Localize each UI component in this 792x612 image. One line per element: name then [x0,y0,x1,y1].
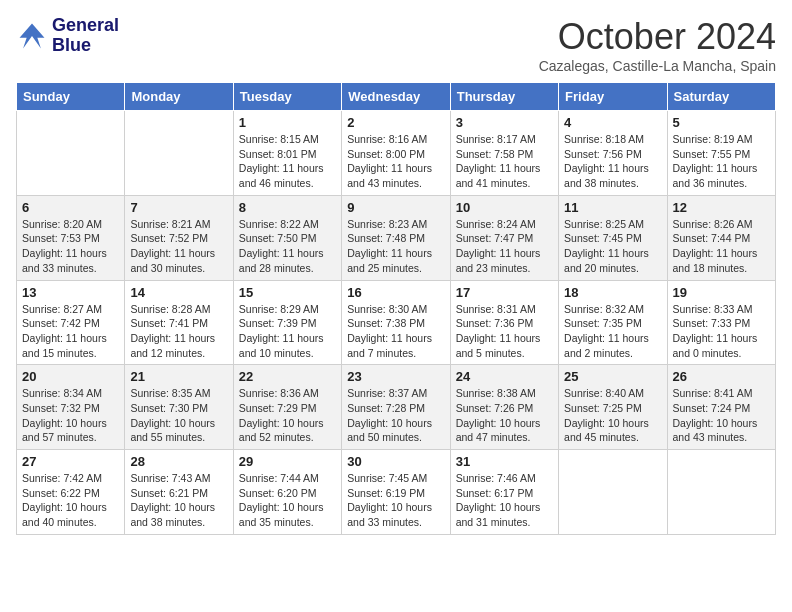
day-info: Sunrise: 8:26 AM Sunset: 7:44 PM Dayligh… [673,217,770,276]
day-info: Sunrise: 8:18 AM Sunset: 7:56 PM Dayligh… [564,132,661,191]
day-number: 22 [239,369,336,384]
day-number: 17 [456,285,553,300]
calendar-cell: 6Sunrise: 8:20 AM Sunset: 7:53 PM Daylig… [17,195,125,280]
calendar-cell: 5Sunrise: 8:19 AM Sunset: 7:55 PM Daylig… [667,111,775,196]
calendar-week-row: 6Sunrise: 8:20 AM Sunset: 7:53 PM Daylig… [17,195,776,280]
day-info: Sunrise: 8:25 AM Sunset: 7:45 PM Dayligh… [564,217,661,276]
calendar-cell: 14Sunrise: 8:28 AM Sunset: 7:41 PM Dayli… [125,280,233,365]
day-info: Sunrise: 8:27 AM Sunset: 7:42 PM Dayligh… [22,302,119,361]
weekday-header-row: SundayMondayTuesdayWednesdayThursdayFrid… [17,83,776,111]
day-info: Sunrise: 8:24 AM Sunset: 7:47 PM Dayligh… [456,217,553,276]
calendar-cell: 30Sunrise: 7:45 AM Sunset: 6:19 PM Dayli… [342,450,450,535]
calendar-cell: 26Sunrise: 8:41 AM Sunset: 7:24 PM Dayli… [667,365,775,450]
day-number: 10 [456,200,553,215]
day-number: 29 [239,454,336,469]
logo: General Blue [16,16,119,56]
day-info: Sunrise: 8:15 AM Sunset: 8:01 PM Dayligh… [239,132,336,191]
calendar-cell: 21Sunrise: 8:35 AM Sunset: 7:30 PM Dayli… [125,365,233,450]
calendar-cell: 22Sunrise: 8:36 AM Sunset: 7:29 PM Dayli… [233,365,341,450]
day-number: 11 [564,200,661,215]
day-number: 2 [347,115,444,130]
weekday-header-tuesday: Tuesday [233,83,341,111]
day-info: Sunrise: 8:29 AM Sunset: 7:39 PM Dayligh… [239,302,336,361]
day-info: Sunrise: 8:36 AM Sunset: 7:29 PM Dayligh… [239,386,336,445]
weekday-header-monday: Monday [125,83,233,111]
day-number: 30 [347,454,444,469]
calendar-cell: 24Sunrise: 8:38 AM Sunset: 7:26 PM Dayli… [450,365,558,450]
calendar-cell: 25Sunrise: 8:40 AM Sunset: 7:25 PM Dayli… [559,365,667,450]
day-info: Sunrise: 8:32 AM Sunset: 7:35 PM Dayligh… [564,302,661,361]
day-info: Sunrise: 8:17 AM Sunset: 7:58 PM Dayligh… [456,132,553,191]
day-info: Sunrise: 7:43 AM Sunset: 6:21 PM Dayligh… [130,471,227,530]
day-number: 8 [239,200,336,215]
day-info: Sunrise: 8:23 AM Sunset: 7:48 PM Dayligh… [347,217,444,276]
weekday-header-saturday: Saturday [667,83,775,111]
calendar-week-row: 20Sunrise: 8:34 AM Sunset: 7:32 PM Dayli… [17,365,776,450]
calendar-table: SundayMondayTuesdayWednesdayThursdayFrid… [16,82,776,535]
calendar-cell [667,450,775,535]
calendar-cell: 11Sunrise: 8:25 AM Sunset: 7:45 PM Dayli… [559,195,667,280]
day-info: Sunrise: 8:21 AM Sunset: 7:52 PM Dayligh… [130,217,227,276]
day-number: 16 [347,285,444,300]
logo-icon [16,20,48,52]
day-number: 12 [673,200,770,215]
day-number: 27 [22,454,119,469]
calendar-cell: 2Sunrise: 8:16 AM Sunset: 8:00 PM Daylig… [342,111,450,196]
calendar-cell: 12Sunrise: 8:26 AM Sunset: 7:44 PM Dayli… [667,195,775,280]
day-number: 6 [22,200,119,215]
day-info: Sunrise: 8:33 AM Sunset: 7:33 PM Dayligh… [673,302,770,361]
day-number: 23 [347,369,444,384]
calendar-cell: 18Sunrise: 8:32 AM Sunset: 7:35 PM Dayli… [559,280,667,365]
calendar-cell: 31Sunrise: 7:46 AM Sunset: 6:17 PM Dayli… [450,450,558,535]
calendar-cell [125,111,233,196]
page-header: General Blue October 2024 Cazalegas, Cas… [16,16,776,74]
day-number: 13 [22,285,119,300]
day-number: 24 [456,369,553,384]
weekday-header-friday: Friday [559,83,667,111]
day-number: 31 [456,454,553,469]
day-number: 1 [239,115,336,130]
day-info: Sunrise: 8:35 AM Sunset: 7:30 PM Dayligh… [130,386,227,445]
day-number: 21 [130,369,227,384]
day-number: 9 [347,200,444,215]
weekday-header-thursday: Thursday [450,83,558,111]
calendar-cell: 1Sunrise: 8:15 AM Sunset: 8:01 PM Daylig… [233,111,341,196]
day-info: Sunrise: 8:28 AM Sunset: 7:41 PM Dayligh… [130,302,227,361]
calendar-cell: 10Sunrise: 8:24 AM Sunset: 7:47 PM Dayli… [450,195,558,280]
calendar-cell: 28Sunrise: 7:43 AM Sunset: 6:21 PM Dayli… [125,450,233,535]
calendar-cell: 4Sunrise: 8:18 AM Sunset: 7:56 PM Daylig… [559,111,667,196]
logo-text: General Blue [52,16,119,56]
weekday-header-wednesday: Wednesday [342,83,450,111]
calendar-cell: 3Sunrise: 8:17 AM Sunset: 7:58 PM Daylig… [450,111,558,196]
day-number: 20 [22,369,119,384]
day-info: Sunrise: 8:30 AM Sunset: 7:38 PM Dayligh… [347,302,444,361]
day-info: Sunrise: 7:44 AM Sunset: 6:20 PM Dayligh… [239,471,336,530]
day-number: 26 [673,369,770,384]
day-number: 3 [456,115,553,130]
day-number: 4 [564,115,661,130]
calendar-cell: 16Sunrise: 8:30 AM Sunset: 7:38 PM Dayli… [342,280,450,365]
day-info: Sunrise: 7:42 AM Sunset: 6:22 PM Dayligh… [22,471,119,530]
calendar-week-row: 1Sunrise: 8:15 AM Sunset: 8:01 PM Daylig… [17,111,776,196]
day-info: Sunrise: 8:19 AM Sunset: 7:55 PM Dayligh… [673,132,770,191]
day-info: Sunrise: 8:38 AM Sunset: 7:26 PM Dayligh… [456,386,553,445]
day-number: 14 [130,285,227,300]
day-number: 5 [673,115,770,130]
calendar-cell: 23Sunrise: 8:37 AM Sunset: 7:28 PM Dayli… [342,365,450,450]
day-info: Sunrise: 8:22 AM Sunset: 7:50 PM Dayligh… [239,217,336,276]
calendar-week-row: 27Sunrise: 7:42 AM Sunset: 6:22 PM Dayli… [17,450,776,535]
calendar-cell: 7Sunrise: 8:21 AM Sunset: 7:52 PM Daylig… [125,195,233,280]
calendar-cell: 13Sunrise: 8:27 AM Sunset: 7:42 PM Dayli… [17,280,125,365]
calendar-cell: 9Sunrise: 8:23 AM Sunset: 7:48 PM Daylig… [342,195,450,280]
day-info: Sunrise: 7:46 AM Sunset: 6:17 PM Dayligh… [456,471,553,530]
calendar-cell: 15Sunrise: 8:29 AM Sunset: 7:39 PM Dayli… [233,280,341,365]
calendar-cell [559,450,667,535]
calendar-cell: 17Sunrise: 8:31 AM Sunset: 7:36 PM Dayli… [450,280,558,365]
day-number: 25 [564,369,661,384]
month-title: October 2024 [539,16,776,58]
day-info: Sunrise: 8:34 AM Sunset: 7:32 PM Dayligh… [22,386,119,445]
day-info: Sunrise: 8:41 AM Sunset: 7:24 PM Dayligh… [673,386,770,445]
location-subtitle: Cazalegas, Castille-La Mancha, Spain [539,58,776,74]
day-number: 7 [130,200,227,215]
calendar-cell: 27Sunrise: 7:42 AM Sunset: 6:22 PM Dayli… [17,450,125,535]
